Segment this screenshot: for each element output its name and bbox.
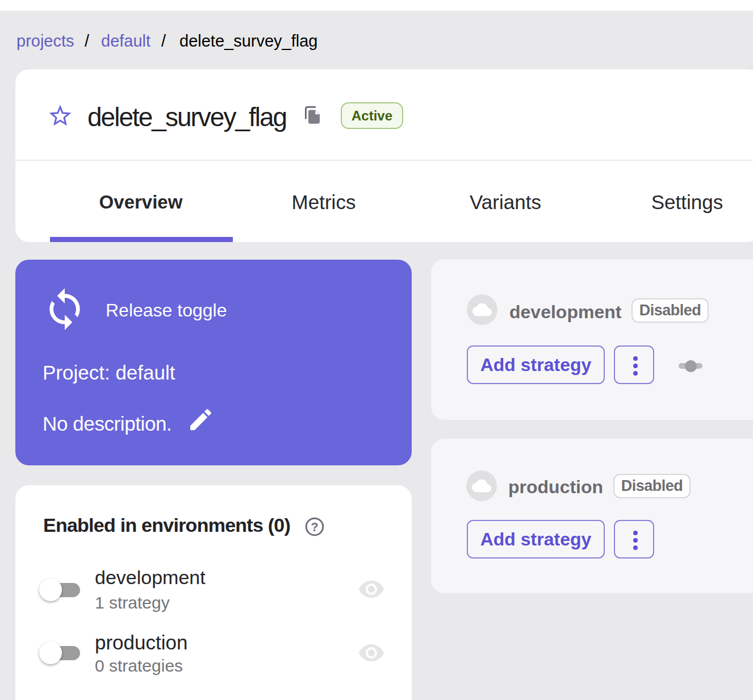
- svg-text:?: ?: [311, 520, 318, 534]
